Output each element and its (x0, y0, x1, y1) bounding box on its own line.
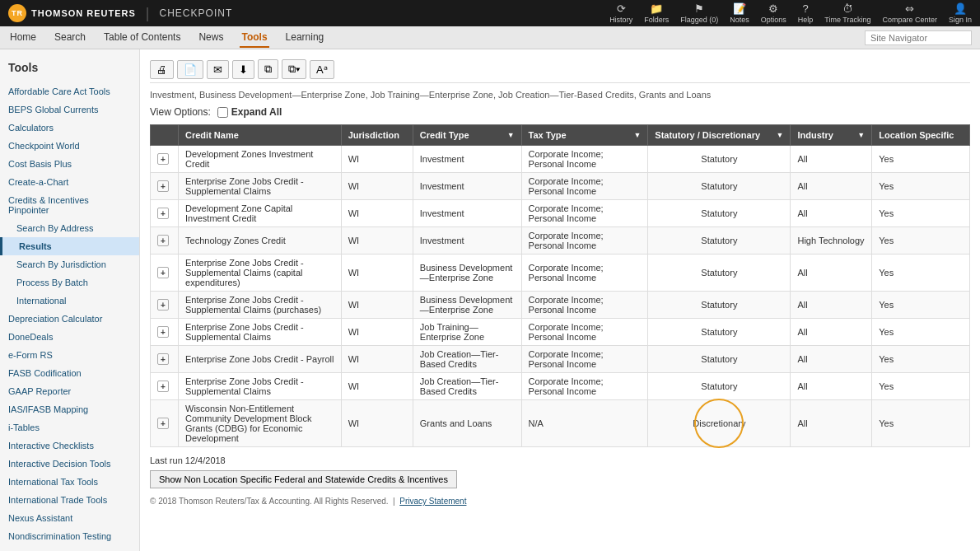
sidebar-item-donedeals[interactable]: DoneDeals (0, 328, 139, 346)
jurisdiction-cell: WI (341, 227, 413, 254)
location-specific-cell: Yes (872, 200, 970, 227)
credit-name-cell: Enterprise Zone Jobs Credit - Supplement… (179, 173, 342, 200)
credit-type-filter-icon[interactable]: ▼ (507, 131, 515, 139)
jurisdiction-cell: WI (341, 200, 413, 227)
sidebar-item-international[interactable]: International (0, 292, 139, 310)
expand-row-button[interactable]: + (157, 180, 169, 192)
privacy-statement-link[interactable]: Privacy Statement (399, 497, 466, 506)
expand-row-button[interactable]: + (157, 267, 169, 278)
sidebar-item-process-by-batch[interactable]: Process By Batch (0, 273, 139, 292)
location-specific-cell: Yes (872, 292, 970, 319)
table-row: +Enterprise Zone Jobs Credit - Supplemen… (151, 292, 970, 319)
nav-learning[interactable]: Learning (284, 28, 326, 48)
table-row: +Enterprise Zone Jobs Credit - Supplemen… (151, 254, 970, 292)
location-specific-cell: Yes (872, 254, 970, 292)
sidebar-item-interactive-decision[interactable]: Interactive Decision Tools (0, 455, 139, 473)
jurisdiction-cell: WI (341, 173, 413, 200)
print-button[interactable]: 🖨 (150, 60, 174, 79)
industry-filter-icon[interactable]: ▼ (857, 131, 865, 139)
help-icon[interactable]: ? Help (798, 2, 814, 24)
credit-name-cell: Wisconsin Non-Entitlement Community Deve… (179, 400, 342, 447)
copy-dropdown-button[interactable]: ⧉▾ (282, 59, 306, 79)
industry-cell: All (791, 173, 872, 200)
tax-type-cell: Corporate Income; Personal Income (521, 346, 648, 373)
sidebar-item-calculators[interactable]: Calculators (0, 119, 139, 137)
download-button[interactable]: ⬇ (232, 60, 254, 79)
sidebar-item-search-by-address[interactable]: Search By Address (0, 219, 139, 237)
site-navigator-input[interactable] (865, 30, 972, 45)
stat-disc-cell: Statutory (648, 254, 791, 292)
stat-disc-filter-icon[interactable]: ▼ (777, 131, 784, 139)
sidebar-item-results[interactable]: Results (0, 237, 139, 255)
stat-disc-cell: Statutory (648, 292, 791, 319)
expand-row-button[interactable]: + (157, 381, 169, 392)
sidebar-item-eform-rs[interactable]: e-Form RS (0, 346, 139, 364)
font-button[interactable]: Aᵃ (310, 60, 334, 79)
sidebar-item-itables[interactable]: i-Tables (0, 418, 139, 437)
table-row: +Wisconsin Non-Entitlement Community Dev… (151, 400, 970, 447)
credit-type-cell: Business Development—Enterprise Zone (413, 292, 521, 319)
nav-divider: | (146, 5, 150, 22)
sidebar-item-checkpoint-world[interactable]: Checkpoint World (0, 137, 139, 155)
sidebar-item-ppc-install[interactable]: PPC Install/Update (0, 545, 139, 551)
sidebar-item-create-a-chart[interactable]: Create-a-Chart (0, 173, 139, 191)
sidebar-item-credits-incentives[interactable]: Credits & Incentives Pinpointer (0, 191, 139, 219)
industry-cell: All (791, 319, 872, 346)
nav-search[interactable]: Search (53, 28, 87, 48)
expand-row-button[interactable]: + (157, 326, 169, 338)
sidebar-item-affordable-care[interactable]: Affordable Care Act Tools (0, 82, 139, 100)
time-tracking-icon[interactable]: ⏱ Time Tracking (824, 2, 870, 24)
table-row: +Development Zones Investment CreditWIIn… (151, 146, 970, 173)
nav-tools[interactable]: Tools (240, 28, 268, 48)
th-tax-type: Tax Type ▼ (521, 125, 648, 146)
expand-all-checkbox[interactable] (217, 107, 228, 118)
th-jurisdiction: Jurisdiction (341, 125, 413, 146)
nav-news[interactable]: News (197, 28, 225, 48)
flagged-icon[interactable]: ⚑ Flagged (0) (680, 2, 718, 24)
compare-center-icon[interactable]: ⇔ Compare Center (882, 2, 937, 24)
sidebar-item-nexus[interactable]: Nexus Assistant (0, 509, 139, 527)
sidebar-item-depreciation[interactable]: Depreciation Calculator (0, 310, 139, 328)
tax-type-cell: Corporate Income; Personal Income (521, 373, 648, 400)
history-icon[interactable]: ⟳ History (609, 2, 632, 24)
copy-button[interactable]: ⧉ (258, 59, 278, 79)
sidebar-item-beps[interactable]: BEPS Global Currents (0, 100, 139, 119)
footer-area: Last run 12/4/2018 Show Non Location Spe… (150, 455, 970, 506)
sidebar-item-interactive-checklists[interactable]: Interactive Checklists (0, 437, 139, 455)
tax-type-cell: Corporate Income; Personal Income (521, 146, 648, 173)
email-button[interactable]: ✉ (207, 60, 229, 79)
jurisdiction-cell: WI (341, 400, 413, 447)
new-doc-button[interactable]: 📄 (177, 60, 203, 79)
expand-row-button[interactable]: + (157, 208, 169, 219)
sidebar-item-search-by-jurisdiction[interactable]: Search By Jurisdiction (0, 255, 139, 273)
show-non-location-button[interactable]: Show Non Location Specific Federal and S… (150, 470, 457, 488)
view-options-label: View Options: (150, 106, 211, 118)
expand-row-button[interactable]: + (157, 235, 169, 246)
sign-in-icon[interactable]: 👤 Sign In (949, 2, 972, 24)
sidebar-item-gaap-reporter[interactable]: GAAP Reporter (0, 382, 139, 400)
sidebar-item-cost-basis[interactable]: Cost Basis Plus (0, 155, 139, 173)
sidebar-item-iasifasb[interactable]: IAS/IFASB Mapping (0, 400, 139, 418)
location-specific-cell: Yes (872, 346, 970, 373)
th-location-specific: Location Specific (872, 125, 970, 146)
folders-icon[interactable]: 📁 Folders (644, 2, 669, 24)
nav-home[interactable]: Home (8, 28, 38, 48)
expand-row-button[interactable]: + (157, 353, 169, 365)
expand-row-button[interactable]: + (157, 299, 169, 311)
expand-row-button[interactable]: + (157, 153, 169, 165)
nav-toc[interactable]: Table of Contents (102, 28, 182, 48)
sidebar: Tools Affordable Care Act Tools BEPS Glo… (0, 49, 140, 551)
th-credit-name: Credit Name (179, 125, 342, 146)
sidebar-item-intl-tax[interactable]: International Tax Tools (0, 473, 139, 491)
options-icon[interactable]: ⚙ Options (761, 2, 786, 24)
tax-type-filter-icon[interactable]: ▼ (633, 131, 641, 139)
highlight-circle (694, 399, 744, 448)
table-row: +Development Zone Capital Investment Cre… (151, 200, 970, 227)
sidebar-item-nondiscrimination[interactable]: Nondiscrimination Testing (0, 527, 139, 545)
table-row: +Enterprise Zone Jobs Credit - Supplemen… (151, 173, 970, 200)
expand-row-button[interactable]: + (157, 418, 169, 429)
sidebar-item-intl-trade[interactable]: International Trade Tools (0, 491, 139, 509)
notes-icon[interactable]: 📝 Notes (730, 2, 749, 24)
sidebar-item-fasb[interactable]: FASB Codification (0, 364, 139, 382)
tax-type-cell: Corporate Income; Personal Income (521, 254, 648, 292)
